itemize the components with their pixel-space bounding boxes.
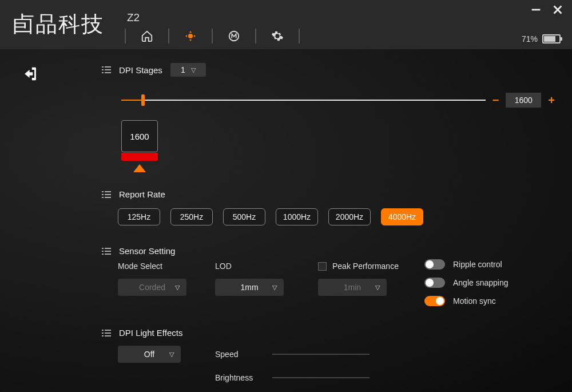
peak-performance-checkbox[interactable] [318,262,327,271]
dpi-decrement[interactable]: − [492,94,499,106]
peak-performance-label: Peak Performance [332,262,399,271]
dpi-increment[interactable]: + [548,94,555,106]
device-title: Z2 [127,11,140,24]
dpi-slider[interactable] [121,100,486,101]
angle-snapping-label: Angle snapping [453,278,509,287]
ripple-control-label: Ripple control [453,260,502,269]
tab-macro[interactable] [213,27,255,45]
mode-select-dropdown[interactable]: Corded ▽ [118,279,186,296]
sensor-setting-label: Sensor Setting [119,246,175,256]
brand-logo: 卣品科技 [13,10,104,39]
dpi-tile-value: 1600 [121,120,158,152]
chevron-down-icon: ▽ [375,284,380,291]
list-icon [102,330,111,336]
tab-settings[interactable] [256,27,299,45]
dpi-slider-thumb[interactable] [141,94,145,106]
rate-option-125hz[interactable]: 125Hz [118,208,160,225]
dpi-value-input[interactable]: 1600 [506,93,541,108]
main-panel: DPI Stages 1 ▽ − 1600 + 1600 [0,49,572,392]
back-button[interactable] [21,64,40,86]
svg-point-0 [189,34,192,38]
list-icon [102,248,111,255]
lod-dropdown[interactable]: 1mm ▽ [215,279,284,296]
report-rate-header: Report Rate [102,189,555,199]
close-icon[interactable] [551,3,564,18]
battery-status: 71% [522,34,561,43]
speed-slider[interactable] [272,354,370,355]
list-icon [102,66,111,73]
nav-tabs [125,27,300,45]
tab-home[interactable] [126,27,168,45]
mode-select-label: Mode Select [118,262,215,271]
rate-option-4000hz[interactable]: 4000Hz [381,208,423,225]
list-icon [102,191,111,198]
dpi-light-header: DPI Light Effects [102,328,555,338]
sensor-setting-header: Sensor Setting [102,246,555,256]
dpi-stages-header: DPI Stages 1 ▽ [102,63,555,77]
peak-performance-dropdown[interactable]: 1min ▽ [318,279,387,296]
lod-label: LOD [215,262,318,271]
motion-sync-toggle[interactable] [424,296,445,306]
light-mode-dropdown[interactable]: Off ▽ [118,346,181,363]
dpi-tile-color [121,153,158,161]
speed-label: Speed [215,350,272,359]
battery-icon [542,34,561,43]
dpi-light-label: DPI Light Effects [119,328,182,338]
rate-option-500hz[interactable]: 500Hz [223,208,265,225]
rate-option-2000hz[interactable]: 2000Hz [328,208,371,225]
chevron-down-icon: ▽ [191,66,196,74]
chevron-down-icon: ▽ [272,284,277,291]
title-bar: 卣品科技 Z2 71% [0,0,572,49]
dpi-stage-tile[interactable]: 1600 [121,120,158,172]
ripple-control-toggle[interactable] [424,259,445,270]
dpi-stage-select[interactable]: 1 ▽ [170,63,206,77]
motion-sync-label: Motion sync [453,296,496,306]
rate-option-1000hz[interactable]: 1000Hz [276,208,318,225]
chevron-down-icon: ▽ [175,284,180,291]
chevron-down-icon: ▽ [169,351,174,358]
battery-percent: 71% [522,34,538,43]
angle-snapping-toggle[interactable] [424,278,445,288]
report-rate-options: 125Hz250Hz500Hz1000Hz2000Hz4000Hz [118,208,555,225]
dpi-stages-label: DPI Stages [119,65,162,75]
minimize-icon[interactable] [530,3,542,18]
selected-arrow-icon [133,164,146,172]
tab-dpi[interactable] [169,27,212,45]
brightness-slider[interactable] [272,377,370,378]
rate-option-250hz[interactable]: 250Hz [170,208,213,225]
report-rate-label: Report Rate [119,189,165,199]
brightness-label: Brightness [215,373,272,382]
